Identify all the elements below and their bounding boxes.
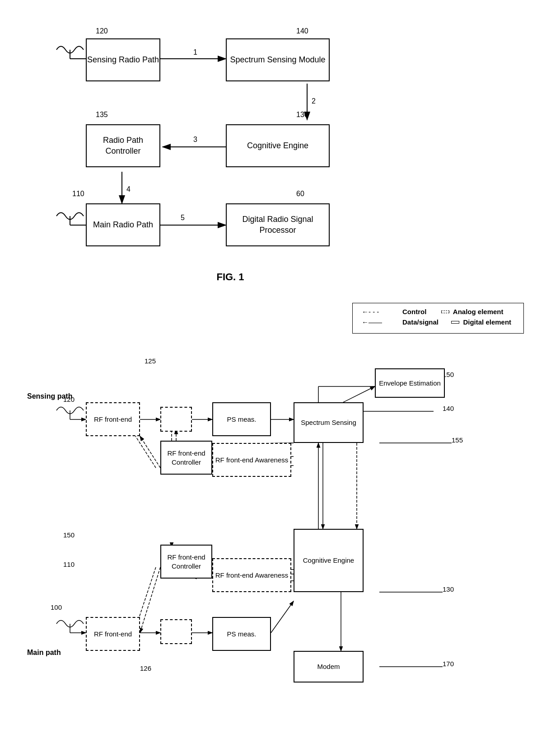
control-icon: ←- - - — [362, 308, 398, 315]
fig1-caption: FIG. 1 — [27, 271, 434, 283]
digital-radio-signal-processor-box: Digital Radio Signal Processor — [226, 203, 330, 246]
svg-line-26 — [135, 436, 156, 468]
ref-120: 120 — [96, 27, 108, 35]
rf-frontend-main-box: RF front-end — [86, 617, 140, 651]
ref-140: 140 — [296, 27, 308, 35]
fig1-diagram: 120 140 135 130 110 60 1 2 3 4 5 Sensing… — [27, 14, 425, 267]
ref2-170: 170 — [443, 660, 454, 668]
modem-box: Modem — [294, 651, 364, 683]
main-radio-path-box: Main Radio Path — [86, 203, 160, 246]
ref-135: 135 — [96, 111, 108, 119]
arrow2-label: 2 — [312, 97, 316, 105]
ref2-150: 150 — [63, 531, 75, 539]
ref2-125: 125 — [145, 357, 156, 365]
ps-meas-main-box: PS meas. — [212, 617, 271, 651]
legend-box: ←- - - Control Analog element ←—— Data/s… — [352, 303, 524, 334]
cognitive-engine-box: Cognitive Engine — [226, 124, 330, 167]
spectrum-sensing-module-box: Spectrum Sensing Module — [226, 38, 330, 81]
analog-element-icon — [441, 311, 449, 313]
radio-path-controller-box: Radio Path Controller — [86, 124, 160, 167]
legend-row-data: ←—— Data/signal Digital element — [362, 318, 514, 326]
switch-sensing-box — [160, 407, 192, 432]
fig2-diagram: 120 150 110 125 126 150 140 155 130 170 … — [18, 353, 524, 739]
rf-frontend-awareness-sensing-box: RF front-end Awareness — [212, 443, 291, 477]
ref2-110: 110 — [63, 560, 75, 568]
ref2-100: 100 — [51, 603, 62, 611]
data-icon: ←—— — [362, 318, 398, 326]
ref-130: 130 — [296, 111, 308, 119]
main-path-label: Main path — [27, 649, 61, 657]
rf-frontend-ctrl-main-box: RF front-end Controller — [160, 545, 212, 579]
ref2-155: 155 — [452, 436, 463, 444]
svg-line-25 — [140, 436, 160, 468]
ref2-140: 140 — [443, 405, 454, 412]
svg-line-37 — [140, 567, 160, 633]
ps-meas-sensing-box: PS meas. — [212, 402, 271, 436]
cognitive-engine-fig2-box: Cognitive Engine — [294, 529, 364, 592]
arrow5-label: 5 — [181, 214, 185, 222]
rf-frontend-sensing-box: RF front-end — [86, 402, 140, 436]
spectrum-sensing-box: Spectrum Sensing — [294, 402, 364, 443]
legend-row-control: ←- - - Control Analog element — [362, 308, 514, 315]
arrow3-label: 3 — [193, 136, 197, 144]
rf-frontend-ctrl-sensing-box: RF front-end Controller — [160, 441, 212, 475]
fig2-container: ←- - - Control Analog element ←—— Data/s… — [18, 303, 542, 739]
arrow4-label: 4 — [126, 185, 131, 193]
sensing-radio-path-box: Sensing Radio Path — [86, 38, 160, 81]
svg-line-31 — [271, 601, 294, 633]
sensing-path-label: Sensing path — [27, 392, 72, 400]
svg-line-17 — [343, 386, 375, 402]
ref2-130: 130 — [443, 585, 454, 593]
ref-110: 110 — [72, 190, 84, 198]
arrow1-label: 1 — [193, 48, 197, 56]
fig1-container: 120 140 135 130 110 60 1 2 3 4 5 Sensing… — [27, 14, 434, 283]
page-container: 120 140 135 130 110 60 1 2 3 4 5 Sensing… — [0, 0, 560, 739]
ref-60: 60 — [296, 190, 304, 198]
switch-main-box — [160, 619, 192, 644]
envelope-estimation-box: Envelope Estimation — [375, 368, 445, 398]
ref2-126: 126 — [140, 664, 151, 672]
rf-frontend-awareness-main-box: RF front-end Awareness — [212, 558, 291, 592]
digital-element-icon — [451, 321, 459, 324]
